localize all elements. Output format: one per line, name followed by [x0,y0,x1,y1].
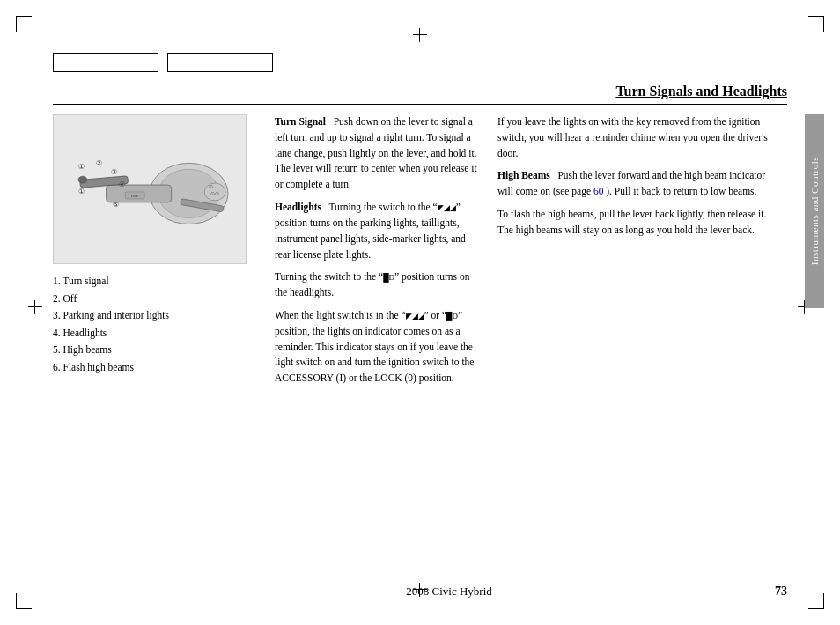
high-beams-heading: High Beams [497,170,550,180]
headlights-para: Headlights Turning the switch to the “◤◢… [275,200,478,262]
lights-reminder-text: If you leave the lights on with the key … [497,116,768,158]
svg-text:②: ② [96,159,102,167]
corner-mark-tr [808,16,824,32]
flash-text: To flash the high beams, pull the lever … [497,209,766,235]
svg-text:⊙⊙: ⊙⊙ [210,191,219,196]
title-rule [53,104,787,105]
turn-signal-heading: Turn Signal [275,116,326,127]
bottom-bar: 2008 Civic Hybrid 73 [53,585,787,599]
part-item-2: 2. Off [53,290,264,308]
corner-mark-tl [16,16,32,32]
part-item-3: 3. Parking and interior lights [53,307,264,325]
corner-mark-bl [16,593,32,609]
svg-text:④: ④ [119,180,125,188]
high-beams-para: High Beams Push the lever forward and th… [497,168,778,200]
svg-point-5 [78,176,87,183]
part-item-4: 4. Headlights [53,325,264,342]
left-column: OFF ① ② ③ ④ ⑤ ① ⊙ ⊙⊙ 1. Tu [53,114,264,555]
parts-list: 1. Turn signal 2. Off 3. Parking and int… [53,273,264,376]
part-item-1: 1. Turn signal [53,273,264,290]
svg-text:OFF: OFF [131,194,139,198]
crosshair-top-center [413,28,427,42]
footer-model: 2008 Civic Hybrid [123,585,775,599]
page-number: 73 [775,585,787,599]
page-link-60[interactable]: 60 [593,186,604,196]
nav-tabs [53,53,273,72]
svg-text:①: ① [78,163,85,171]
main-content: OFF ① ② ③ ④ ⑤ ① ⊙ ⊙⊙ 1. Tu [53,114,787,555]
diagram-box: OFF ① ② ③ ④ ⑤ ① ⊙ ⊙⊙ [53,114,247,264]
svg-text:⑤: ⑤ [113,201,119,209]
sidebar-label: Instruments and Controls [805,114,824,308]
part-item-6: 6. Flash high beams [53,359,264,377]
lights-reminder-para: If you leave the lights on with the key … [497,114,778,161]
turn-signal-text: Push down on the lever to signal a left … [275,116,477,189]
svg-text:①: ① [78,188,85,195]
right-column: If you leave the lights on with the key … [489,114,787,555]
nav-tab-1[interactable] [53,53,158,72]
when-light-para: When the light switch is in the “◤◢◢” or… [275,308,478,386]
when-light-text: When the light switch is in the “◤◢◢” or… [275,310,474,383]
svg-text:③: ③ [111,168,117,176]
mid-column: Turn Signal Push down on the lever to si… [264,114,489,555]
headlights-heading: Headlights [275,202,321,212]
crosshair-mid-left [28,300,42,314]
turning-switch-para: Turning the switch to the “█D” position … [275,269,478,301]
nav-tab-2[interactable] [167,53,273,72]
turn-signal-para: Turn Signal Push down on the lever to si… [275,114,478,193]
sidebar-label-text: Instruments and Controls [809,157,820,265]
part-item-5: 5. High beams [53,342,264,359]
svg-text:⊙: ⊙ [209,184,213,189]
corner-mark-br [808,593,824,609]
flash-high-beams-para: To flash the high beams, pull the lever … [497,207,778,239]
page-title: Turn Signals and Headlights [615,84,787,99]
turning-switch-text: Turning the switch to the “█D” position … [275,271,469,298]
steering-column-diagram: OFF ① ② ③ ④ ⑤ ① ⊙ ⊙⊙ [54,115,246,263]
